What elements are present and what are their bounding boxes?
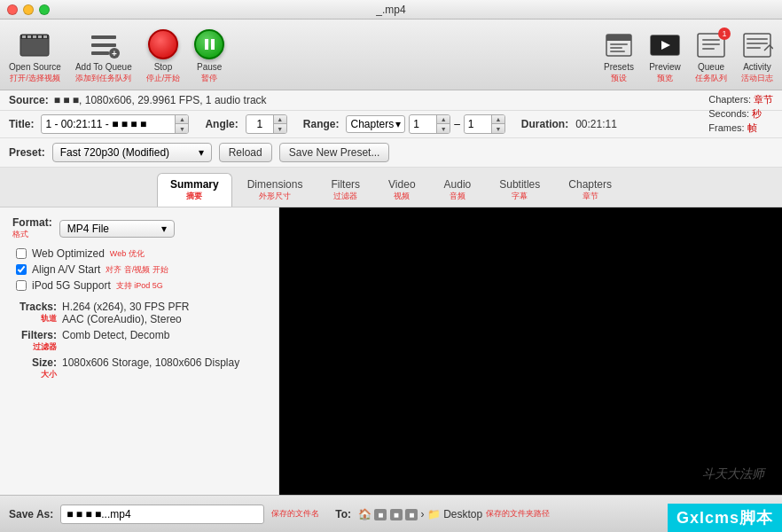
queue-badge: 1	[718, 27, 731, 40]
svg-rect-6	[43, 35, 47, 38]
tab-video[interactable]: Video 视频	[375, 173, 428, 207]
svg-rect-27	[747, 43, 768, 44]
activity-button[interactable]: Activity 活动日志	[741, 31, 773, 84]
close-button[interactable]	[7, 4, 18, 15]
pause-label: Pause	[197, 62, 222, 72]
tab-summary[interactable]: Summary 摘要	[157, 173, 232, 207]
info-section: Tracks: 轨道 H.264 (x264), 30 FPS PFR AAC …	[12, 301, 266, 380]
size-row: Size: 大小 1080x606 Storage, 1080x606 Disp…	[12, 356, 266, 380]
angle-stepper[interactable]: ▲ ▼	[246, 114, 287, 134]
add-to-queue-button[interactable]: + Add To Queue 添加到任务队列	[75, 31, 132, 84]
cyan-banner-text: Gxlcms脚本	[676, 509, 773, 527]
svg-rect-14	[606, 38, 631, 41]
reload-button[interactable]: Reload	[219, 143, 272, 162]
activity-icon	[741, 31, 773, 59]
svg-rect-25	[744, 34, 770, 57]
svg-rect-3	[27, 35, 31, 38]
pause-sublabel: 暂停	[201, 73, 217, 84]
title-label: Title:	[9, 118, 34, 130]
duration-label: Duration:	[521, 118, 568, 130]
cyan-banner: Gxlcms脚本	[668, 504, 782, 532]
title-row: Title: ▲ ▼ Angle: ▲ ▼ Range: Chapters ▾ …	[0, 111, 782, 138]
web-optimized-row: Web Optimized Web 优化	[12, 247, 266, 260]
angle-down-arrow[interactable]: ▼	[274, 124, 286, 133]
tab-filters[interactable]: Filters 过滤器	[317, 173, 373, 207]
range-from-stepper[interactable]: ▲ ▼	[409, 114, 450, 134]
stop-sublabel: 停止/开始	[146, 73, 181, 84]
presets-button[interactable]: Presets 预设	[603, 31, 635, 84]
range-from-up[interactable]: ▲	[437, 115, 450, 124]
preview-icon	[649, 31, 681, 59]
range-to-down[interactable]: ▼	[492, 124, 504, 133]
preset-row: Preset: Fast 720p30 (Modified) ▾ Reload …	[0, 138, 782, 168]
range-type-value: Chapters	[350, 118, 394, 130]
range-type-select[interactable]: Chapters ▾	[346, 115, 405, 133]
toolbar: Open Source 打开/选择视频 + Add To Queue 添加到任务…	[0, 20, 782, 90]
ipod-checkbox[interactable]	[16, 280, 27, 291]
range-from-down[interactable]: ▼	[437, 124, 450, 133]
minimize-button[interactable]	[23, 4, 34, 15]
pause-icon	[194, 29, 224, 59]
open-source-icon	[19, 31, 51, 59]
chapters-info-chapters: Chapters: 章节	[708, 93, 773, 106]
open-source-label: Open Source	[9, 62, 61, 72]
preview-sublabel: 预览	[657, 73, 673, 84]
tab-dimensions[interactable]: Dimensions 外形尺寸	[234, 173, 317, 207]
tab-audio[interactable]: Audio 音频	[431, 173, 485, 207]
add-queue-icon: +	[88, 31, 120, 59]
queue-sublabel: 任务队列	[695, 73, 727, 84]
preview-button[interactable]: Preview 预览	[649, 31, 681, 84]
source-row: Source: ■ ■ ■, 1080x606, 29.9961 FPS, 1 …	[0, 90, 782, 111]
size-value: 1080x606 Storage, 1080x606 Display	[62, 356, 239, 380]
presets-label: Presets	[604, 62, 634, 72]
web-optimized-checkbox[interactable]	[16, 248, 27, 259]
svg-text:+: +	[112, 49, 117, 59]
tab-video-sublabel: 视频	[388, 191, 415, 202]
stop-button[interactable]: Stop 停止/开始	[146, 29, 181, 84]
title-down-arrow[interactable]: ▼	[176, 124, 188, 133]
preset-value: Fast 720p30 (Modified)	[60, 146, 169, 159]
range-from-input[interactable]	[410, 116, 436, 132]
title-input[interactable]	[42, 116, 175, 132]
preset-select[interactable]: Fast 720p30 (Modified) ▾	[52, 143, 212, 162]
tabs-bar: Summary 摘要 Dimensions 外形尺寸 Filters 过滤器 V…	[0, 168, 782, 207]
tab-subtitles[interactable]: Subtitles 字幕	[486, 173, 553, 207]
angle-up-arrow[interactable]: ▲	[274, 115, 286, 124]
tab-chapters[interactable]: Chapters 章节	[555, 173, 625, 207]
align-av-sublabel: 对齐 音/视频 开始	[106, 264, 168, 276]
align-av-row: Align A/V Start 对齐 音/视频 开始	[12, 263, 266, 276]
preset-label: Preset:	[9, 146, 45, 159]
save-preset-button[interactable]: Save New Preset...	[279, 143, 390, 162]
tracks-row: Tracks: 轨道 H.264 (x264), 30 FPS PFR AAC …	[12, 301, 266, 325]
svg-rect-15	[610, 43, 628, 45]
ipod-label: iPod 5G Support	[32, 279, 111, 292]
source-label: Source:	[9, 94, 49, 106]
angle-input[interactable]	[246, 116, 273, 132]
filters-key: Filters: 过滤器	[12, 329, 57, 353]
align-av-checkbox[interactable]	[16, 264, 27, 275]
stop-label: Stop	[154, 62, 173, 72]
svg-rect-9	[91, 51, 109, 55]
pause-button[interactable]: Pause 暂停	[194, 29, 224, 84]
tab-dimensions-label: Dimensions	[247, 178, 303, 191]
svg-rect-4	[33, 35, 36, 38]
open-source-button[interactable]: Open Source 打开/选择视频	[9, 31, 61, 84]
title-up-arrow[interactable]: ▲	[176, 115, 188, 124]
stop-icon	[148, 29, 178, 59]
maximize-button[interactable]	[39, 4, 50, 15]
queue-button[interactable]: 1 Queue 任务队列	[695, 31, 727, 84]
tab-subtitles-sublabel: 字幕	[499, 191, 540, 202]
format-row: Format: 格式 MP4 File ▾	[12, 216, 266, 240]
chapters-info-seconds: Seconds: 秒	[708, 107, 773, 121]
duration-value: 00:21:11	[575, 118, 617, 130]
save-filename-input[interactable]	[60, 505, 264, 524]
range-to-stepper[interactable]: ▲ ▼	[464, 114, 505, 134]
watermark: 斗天大法师	[702, 466, 764, 482]
range-type-arrow: ▾	[395, 118, 401, 130]
title-stepper[interactable]: ▲ ▼	[41, 114, 189, 134]
svg-rect-7	[91, 35, 116, 39]
main-area: Format: 格式 MP4 File ▾ Web Optimized Web …	[0, 207, 782, 500]
format-select[interactable]: MP4 File ▾	[59, 220, 175, 238]
range-to-up[interactable]: ▲	[492, 115, 504, 124]
range-to-input[interactable]	[465, 116, 491, 132]
